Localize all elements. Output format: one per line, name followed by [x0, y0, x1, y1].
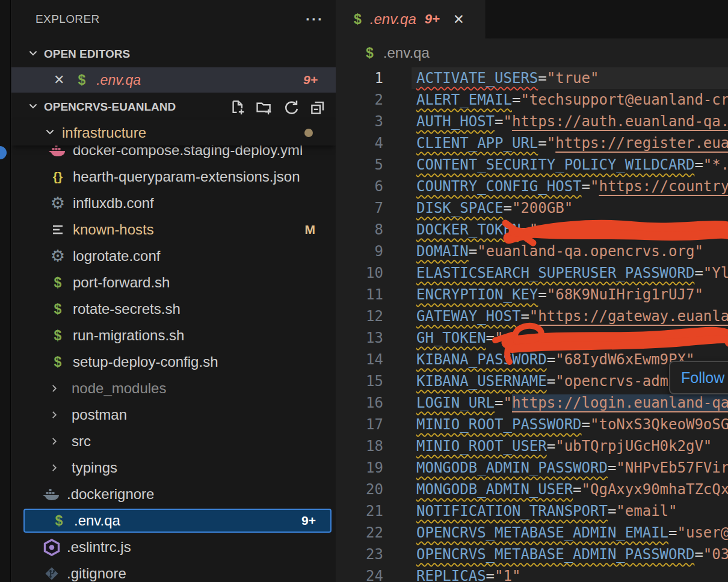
env-value: "200GB" [512, 200, 573, 216]
env-url-link[interactable]: https://register.eua [555, 135, 728, 152]
env-key: AUTH_HOST [416, 113, 495, 130]
line-number: 13 [336, 327, 383, 349]
env-value: " [547, 135, 555, 152]
env-value: "Yl [703, 265, 728, 281]
gear-icon: ⚙ [48, 248, 68, 265]
follow-link-label: Follow [681, 369, 724, 387]
file-row-rotate-secrets.sh[interactable]: $rotate-secrets.sh [11, 296, 336, 322]
env-key: MINIO_ROOT_USER [416, 438, 547, 455]
env-key: OPENCRVS_METABASE_ADMIN_EMAIL [416, 524, 668, 541]
file-row-influxdb.conf[interactable]: ⚙influxdb.conf [11, 190, 336, 216]
explorer-sidebar: EXPLORER ··· OPEN EDITORS ✕ $ .env.qa 9+… [11, 0, 336, 582]
env-key: ENCRYPTION_KEY [416, 286, 538, 303]
code-line-7: 7DISK_SPACE="200GB" [336, 197, 728, 219]
line-number: 23 [336, 544, 383, 565]
env-url-link[interactable]: https://country [599, 178, 728, 195]
shell-file-icon: $ [48, 354, 68, 370]
chevron-right-icon [44, 409, 64, 420]
editor-group: $ .env.qa 9+ ✕ $ .env.qa 1ACTIVATE_USERS… [336, 0, 728, 582]
file-label: port-forward.sh [73, 274, 170, 291]
gitignore-icon [42, 565, 62, 582]
folder-row-infrastructure[interactable]: infrastructure [11, 120, 336, 146]
folder-row-node_modules[interactable]: node_modules [11, 375, 336, 402]
env-value: "techsupport@euanland-cr [520, 91, 728, 108]
chevron-right-icon [44, 462, 64, 473]
line-number: 1 [336, 67, 383, 89]
line-number: 6 [336, 176, 383, 197]
git-modified-badge: M [305, 222, 316, 237]
code-line-18: 18MINIO_ROOT_USER="ubTQrpjUGcH0k2gV" [336, 435, 728, 457]
env-key: CONTENT_SECURITY_POLICY_WILDCARD [416, 156, 694, 173]
line-number: 15 [336, 370, 383, 392]
env-url-link[interactable]: https://login.euanland-qa [512, 394, 728, 411]
line-number: 4 [336, 132, 383, 154]
shell-file-icon: $ [48, 275, 68, 291]
env-url-link[interactable]: https://auth.euanland-qa. [512, 113, 728, 130]
line-number: 5 [336, 154, 383, 176]
line-number: 17 [336, 414, 383, 435]
env-key: GH_TOKEN [416, 329, 486, 346]
file-row-hearth-queryparam-extensions.json[interactable]: {}hearth-queryparam-extensions.json [11, 164, 336, 190]
folder-row-src[interactable]: src [11, 428, 336, 455]
file-label: src [72, 433, 91, 450]
line-number: 9 [336, 240, 383, 262]
file-label: .env.qa [74, 512, 120, 529]
modified-dot-icon [304, 129, 313, 137]
vscode-window: EXPLORER ··· OPEN EDITORS ✕ $ .env.qa 9+… [0, 0, 728, 582]
activity-badge-icon [0, 146, 7, 159]
code-line-17: 17MINIO_ROOT_PASSWORD="toNxS3QkeoW9oSG [336, 414, 728, 435]
file-label: node_modules [72, 380, 166, 397]
file-label: run-migrations.sh [73, 327, 184, 344]
folder-row-postman[interactable]: postman [11, 402, 336, 428]
env-key: KIBANA_PASSWORD [416, 351, 547, 368]
env-value: "03 [703, 546, 728, 563]
line-number: 7 [336, 197, 383, 219]
file-row-run-migrations.sh[interactable]: $run-migrations.sh [11, 322, 336, 349]
file-row-port-forward.sh[interactable]: $port-forward.sh [11, 269, 336, 296]
shell-file-icon: $ [48, 301, 68, 317]
env-value: "QgAxyx90mhaTZcQx [582, 481, 728, 498]
file-row-.env.qa[interactable]: $.env.qa9+ [23, 509, 332, 533]
file-row-.eslintrc.js[interactable]: .eslintrc.js [11, 534, 336, 560]
chevron-right-icon [44, 436, 64, 447]
code-line-20: 20MONGODB_ADMIN_USER="QgAxyx90mhaTZcQx [336, 479, 728, 500]
eslint-icon [42, 539, 62, 556]
env-key: LOGIN_URL [416, 394, 495, 411]
line-number: 10 [336, 262, 383, 284]
env-key: ELASTICSEARCH_SUPERUSER_PASSWORD [416, 265, 694, 281]
env-key: ALERT_EMAIL [416, 91, 512, 108]
env-value: " [529, 308, 538, 325]
file-label: hearth-queryparam-extensions.json [73, 168, 300, 185]
line-number: 19 [336, 457, 383, 479]
env-value: "toNxS3QkeoW9oSG [590, 416, 728, 433]
code-line-23: 23OPENCRVS_METABASE_ADMIN_PASSWORD="03 [336, 544, 728, 565]
env-value: " [590, 178, 599, 195]
line-number: 12 [336, 305, 383, 327]
file-row-logrotate.conf[interactable]: ⚙logrotate.conf [11, 243, 336, 269]
follow-link-popup[interactable]: Follow [669, 361, 728, 394]
file-row-setup-deploy-config.sh[interactable]: $setup-deploy-config.sh [11, 349, 336, 375]
activity-bar-edge [0, 0, 11, 582]
file-label: .gitignore [67, 565, 126, 582]
file-label: rotate-secrets.sh [73, 301, 180, 317]
env-value: " [504, 113, 512, 130]
file-row-known-hosts[interactable]: known-hostsM [11, 216, 336, 243]
env-value: "68K9NuIHrig1rUJ7" [547, 286, 703, 303]
code-line-6: 6COUNTRY_CONFIG_HOST="https://country [336, 176, 728, 197]
code-area[interactable]: 1ACTIVATE_USERS="true"2ALERT_EMAIL="tech… [336, 0, 728, 582]
code-line-9: 9DOMAIN="euanland-qa.opencrvs.org" [336, 240, 728, 262]
env-value: "user@ [677, 524, 728, 541]
folder-row-typings[interactable]: typings [11, 455, 336, 481]
file-tree: docker-compose.staging-deploy.yml{}heart… [11, 0, 336, 582]
line-number: 24 [336, 565, 383, 582]
code-line-4: 4CLIENT_APP_URL="https://register.eua [336, 132, 728, 154]
file-row-.gitignore[interactable]: .gitignore [11, 560, 336, 582]
line-number: 11 [336, 284, 383, 305]
file-row-.dockerignore[interactable]: .dockerignore [11, 481, 336, 507]
code-line-21: 21NOTIFICATION_TRANSPORT="email" [336, 500, 728, 522]
env-value: " [504, 394, 512, 411]
env-url-link[interactable]: https://gateway.euanla [538, 308, 728, 325]
env-key: NOTIFICATION_TRANSPORT [416, 503, 608, 519]
env-key: ACTIVATE_USERS [416, 70, 538, 87]
env-value: "ubTQrpjUGcH0k2gV" [555, 438, 712, 455]
